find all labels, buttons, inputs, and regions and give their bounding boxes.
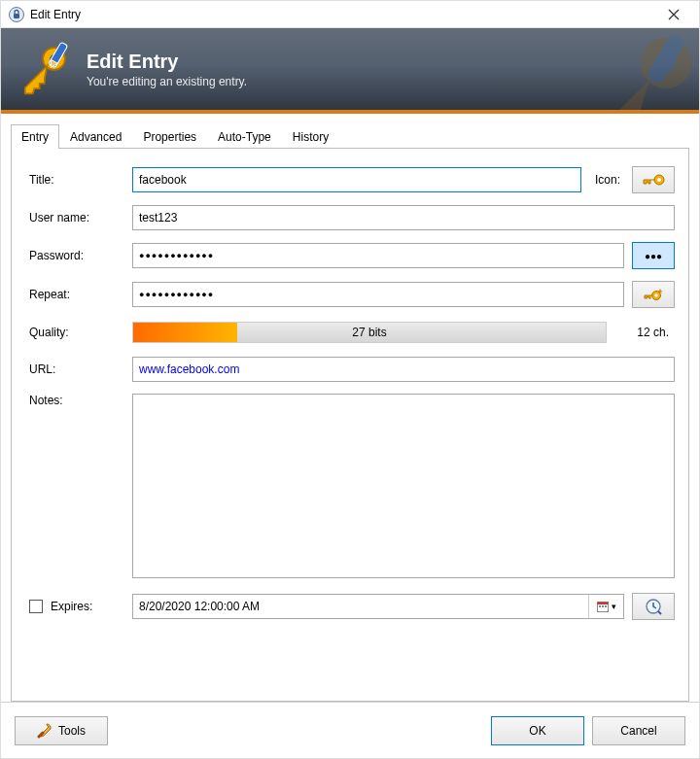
banner-title: Edit Entry (87, 51, 247, 73)
date-dropdown-button[interactable]: ▾ (588, 595, 623, 618)
close-button[interactable] (654, 3, 693, 26)
banner-subtitle: You're editing an existing entry. (87, 75, 247, 88)
repeat-password-input[interactable] (132, 282, 624, 307)
close-icon (668, 9, 680, 20)
title-input[interactable] (132, 167, 581, 192)
url-input[interactable]: www.facebook.com (132, 357, 675, 382)
clock-icon (645, 598, 662, 615)
tools-button-label: Tools (58, 724, 86, 738)
quality-fill (133, 323, 237, 342)
banner-text: Edit Entry You're editing an existing en… (87, 51, 247, 88)
expires-presets-button[interactable] (632, 593, 675, 620)
ok-button-label: OK (529, 724, 545, 738)
expires-date-field[interactable]: 8/20/2020 12:00:00 AM ▾ (132, 594, 624, 619)
username-input[interactable] (132, 205, 675, 230)
titlebar: Edit Entry (1, 1, 699, 28)
app-lock-icon (9, 7, 24, 22)
notes-label: Notes: (25, 394, 132, 407)
svg-rect-15 (602, 605, 604, 607)
banner-key-icon (17, 42, 71, 96)
cancel-button[interactable]: Cancel (592, 716, 685, 745)
quality-bits-text: 27 bits (352, 326, 386, 339)
expires-label: Expires: (51, 600, 92, 613)
generate-password-button[interactable] (632, 281, 675, 308)
url-label: URL: (25, 362, 132, 376)
tab-advanced[interactable]: Advanced (59, 124, 132, 149)
tab-entry[interactable]: Entry (11, 124, 59, 149)
tab-strip: Entry Advanced Properties Auto-Type Hist… (1, 114, 699, 148)
icon-label: Icon: (595, 173, 620, 187)
tools-button[interactable]: Tools (15, 716, 108, 745)
password-input[interactable] (132, 243, 624, 268)
dialog-button-bar: Tools OK Cancel (1, 702, 699, 758)
svg-rect-1 (14, 14, 19, 18)
quality-chars-text: 12 ch. (607, 326, 675, 339)
url-link[interactable]: www.facebook.com (139, 362, 239, 376)
expires-date-value: 8/20/2020 12:00:00 AM (139, 600, 260, 613)
banner-bg-key-icon (573, 28, 699, 114)
tab-properties[interactable]: Properties (132, 124, 207, 149)
tab-history[interactable]: History (282, 124, 339, 149)
svg-rect-16 (605, 605, 607, 607)
svg-point-11 (654, 293, 658, 297)
icon-picker-button[interactable] (632, 166, 675, 193)
expires-checkbox[interactable] (29, 600, 43, 613)
title-label: Title: (25, 173, 132, 187)
entry-tab-panel: Title: Icon: User name: Password: ●●● Re… (11, 148, 689, 702)
key-sparkle-icon (643, 287, 664, 302)
notes-textarea[interactable] (132, 394, 675, 578)
password-label: Password: (25, 249, 132, 262)
cancel-button-label: Cancel (620, 724, 656, 738)
calendar-icon (596, 600, 610, 613)
repeat-label: Repeat: (25, 288, 132, 301)
svg-rect-13 (598, 603, 609, 605)
toggle-password-visibility-button[interactable]: ●●● (632, 242, 675, 269)
ok-button[interactable]: OK (491, 716, 584, 745)
dots-icon: ●●● (645, 251, 662, 261)
window-title: Edit Entry (30, 8, 654, 21)
wrench-icon (37, 723, 52, 739)
tab-autotype[interactable]: Auto-Type (207, 124, 282, 149)
svg-rect-14 (599, 605, 601, 607)
key-icon (642, 172, 665, 188)
chevron-down-icon: ▾ (612, 602, 616, 611)
username-label: User name: (25, 211, 132, 224)
svg-point-9 (657, 178, 661, 182)
quality-label: Quality: (25, 326, 132, 339)
quality-meter: 27 bits (132, 322, 607, 343)
banner: Edit Entry You're editing an existing en… (1, 28, 699, 114)
